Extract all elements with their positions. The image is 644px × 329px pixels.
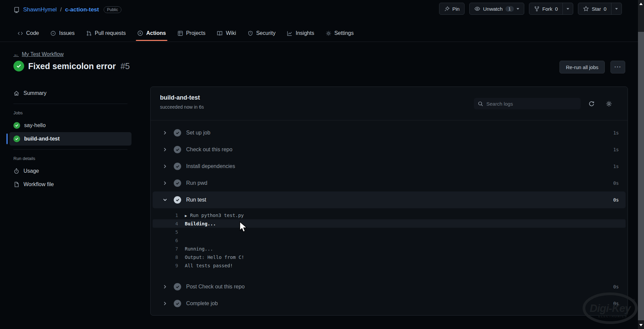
step-set-up-job[interactable]: Set up job 1s bbox=[151, 124, 628, 141]
run-sidebar: Summary Jobs say-hello build-and-test Ru… bbox=[9, 87, 131, 191]
star-dropdown-button[interactable] bbox=[611, 3, 622, 14]
chevron-right-icon bbox=[162, 147, 168, 152]
search-icon bbox=[478, 101, 483, 107]
tab-wiki[interactable]: Wiki bbox=[213, 25, 240, 42]
log-line-number[interactable]: 8 bbox=[151, 255, 178, 260]
watermark-subtitle: ELECTRONICS bbox=[598, 315, 628, 318]
step-duration: 0s bbox=[613, 197, 619, 203]
tab-issues[interactable]: Issues bbox=[46, 25, 78, 42]
log-line-number[interactable]: 7 bbox=[151, 246, 178, 252]
unwatch-caret-icon bbox=[517, 8, 519, 10]
step-success-icon bbox=[174, 163, 181, 170]
log-line-text: Output: Hello from C! bbox=[185, 255, 244, 260]
back-arrow-icon: ← bbox=[13, 51, 19, 57]
star-icon bbox=[583, 6, 589, 12]
log-line-text: Running... bbox=[185, 246, 213, 252]
sidebar-item-workflow-file[interactable]: Workflow file bbox=[9, 178, 131, 191]
repo-owner-link[interactable]: ShawnHymel bbox=[23, 6, 57, 13]
tab-security[interactable]: Security bbox=[244, 25, 280, 42]
jobs-section-label: Jobs bbox=[9, 108, 131, 119]
pull-request-icon bbox=[86, 31, 92, 36]
tab-pull-requests[interactable]: Pull requests bbox=[82, 25, 130, 42]
chevron-right-icon bbox=[162, 301, 168, 306]
fork-count-badge: 0 bbox=[555, 6, 558, 12]
repo-icon bbox=[13, 7, 20, 13]
workflow-file-icon bbox=[13, 181, 19, 187]
star-button[interactable]: Star 0 bbox=[578, 3, 611, 14]
log-line-text: All tests passed! bbox=[185, 263, 233, 268]
sidebar-summary-label: Summary bbox=[23, 90, 46, 96]
page-scrollbar[interactable] bbox=[638, 0, 644, 329]
step-post-check-out-repo[interactable]: Post Check out this repo 0s bbox=[151, 278, 628, 295]
step-name: Check out this repo bbox=[186, 147, 613, 153]
log-line: 6 bbox=[151, 236, 628, 244]
run-more-options-button[interactable]: ··· bbox=[610, 61, 625, 73]
tab-label: Settings bbox=[334, 30, 354, 36]
step-success-icon bbox=[174, 283, 181, 290]
chevron-down-icon bbox=[162, 197, 168, 203]
step-name: Complete job bbox=[186, 300, 613, 307]
step-run-pwd[interactable]: Run pwd 0s bbox=[151, 175, 628, 191]
fork-button[interactable]: Fork 0 bbox=[529, 3, 562, 14]
header-divider bbox=[0, 42, 638, 42]
visibility-badge: Public bbox=[104, 6, 121, 13]
breadcrumb-separator: / bbox=[60, 6, 62, 13]
sidebar-job-say-hello[interactable]: say-hello bbox=[9, 119, 131, 132]
step-install-dependencies[interactable]: Install dependencies 1s bbox=[151, 158, 628, 175]
rerun-all-jobs-button[interactable]: Re-run all jobs bbox=[559, 61, 605, 73]
unwatch-button[interactable]: Unwatch 1 bbox=[469, 3, 524, 15]
step-check-out-repo[interactable]: Check out this repo 1s bbox=[151, 141, 628, 158]
log-line-number[interactable]: 1 bbox=[151, 213, 178, 218]
pin-button[interactable]: Pin bbox=[439, 3, 465, 15]
log-line: 9 All tests passed! bbox=[151, 261, 628, 270]
step-success-icon bbox=[174, 300, 181, 307]
log-line-number[interactable]: 4 bbox=[153, 221, 178, 226]
run-number: #5 bbox=[120, 61, 130, 71]
tab-actions[interactable]: Actions bbox=[133, 25, 170, 42]
log-line: 7 Running... bbox=[151, 244, 628, 253]
step-duration: 0s bbox=[613, 180, 619, 186]
back-to-workflow-link[interactable]: ← My Test Workflow bbox=[13, 51, 64, 57]
repo-breadcrumb: ShawnHymel / c-action-test Public bbox=[13, 3, 121, 16]
job-status-line: succeeded now in 6s bbox=[160, 104, 204, 110]
log-line: 1 ▶Run python3 test.py bbox=[151, 211, 628, 219]
log-settings-button[interactable] bbox=[604, 99, 613, 108]
scroll-up-arrow-icon[interactable] bbox=[639, 3, 643, 5]
search-logs-input[interactable] bbox=[486, 101, 577, 107]
fork-split-button: Fork 0 bbox=[529, 3, 573, 15]
log-group-toggle-icon[interactable]: ▶ bbox=[185, 214, 187, 218]
fork-dropdown-button[interactable] bbox=[562, 3, 573, 14]
tab-insights[interactable]: Insights bbox=[283, 25, 318, 42]
log-line-number[interactable]: 6 bbox=[151, 238, 178, 243]
unwatch-label: Unwatch bbox=[483, 6, 502, 12]
watermark-registered-mark: ® bbox=[633, 298, 635, 302]
job-name: say-hello bbox=[24, 122, 46, 128]
mouse-cursor bbox=[239, 221, 249, 233]
scrollbar-thumb[interactable] bbox=[638, 0, 644, 32]
shield-icon bbox=[248, 31, 253, 36]
step-list: Set up job 1s Check out this repo 1s Ins… bbox=[151, 124, 628, 312]
scrollbar-bottom-button[interactable] bbox=[638, 320, 644, 329]
job-success-icon bbox=[13, 135, 20, 142]
sidebar-job-build-and-test[interactable]: build-and-test bbox=[9, 132, 131, 146]
fork-icon bbox=[534, 6, 540, 12]
tab-settings[interactable]: Settings bbox=[322, 25, 358, 42]
step-complete-job[interactable]: Complete job 0s bbox=[151, 295, 628, 312]
home-icon bbox=[13, 90, 19, 96]
sidebar-item-usage[interactable]: Usage bbox=[9, 164, 131, 178]
projects-icon bbox=[177, 31, 183, 36]
job-panel-title: build-and-test bbox=[160, 94, 200, 101]
tab-projects[interactable]: Projects bbox=[173, 25, 210, 42]
step-run-test[interactable]: Run test 0s bbox=[153, 191, 626, 208]
repo-name-link[interactable]: c-action-test bbox=[65, 6, 99, 13]
search-logs-box bbox=[474, 98, 581, 109]
tab-code[interactable]: Code bbox=[13, 25, 43, 42]
log-line-number[interactable]: 5 bbox=[151, 229, 178, 235]
stopwatch-icon bbox=[13, 168, 19, 174]
scroll-down-arrow-icon[interactable] bbox=[639, 324, 643, 326]
log-line-number[interactable]: 9 bbox=[151, 263, 178, 268]
sidebar-item-summary[interactable]: Summary bbox=[9, 87, 131, 100]
refresh-logs-button[interactable] bbox=[587, 99, 596, 108]
tab-label: Wiki bbox=[226, 30, 236, 36]
step-success-icon bbox=[174, 129, 181, 136]
